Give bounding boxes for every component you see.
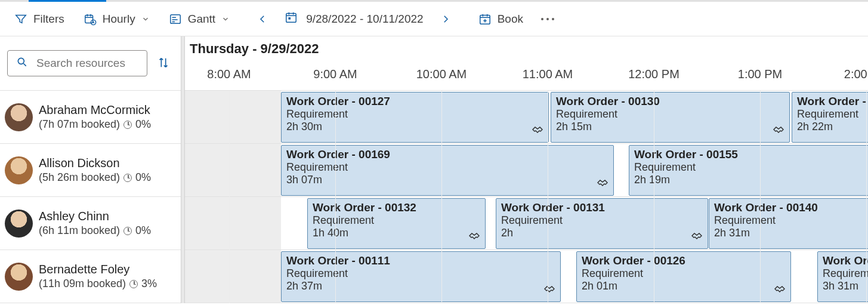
book-label: Book	[498, 13, 523, 26]
work-order-requirement: Requirement	[501, 214, 703, 227]
date-range-button[interactable]: 9/28/2022 - 10/11/2022	[276, 7, 432, 30]
resource-subtext: (5h 26m booked) 0%	[39, 171, 151, 184]
work-order-title: Work Order - 00130	[556, 95, 784, 108]
work-order-duration: 3h 07m	[286, 174, 608, 186]
schedule-panel: Thursday - 9/29/2022 8:00 AM9:00 AM10:00…	[185, 36, 868, 303]
work-order[interactable]: Work Order - 00111Requirement2h 37m	[281, 251, 561, 302]
gantt-button[interactable]: Gantt	[160, 9, 238, 29]
hourly-label: Hourly	[103, 13, 135, 26]
schedule-lane[interactable]: Work Order - 00111Requirement2h 37mWork …	[185, 250, 868, 303]
work-order-duration: 2h	[501, 227, 703, 239]
non-working-block	[185, 250, 281, 303]
handshake-icon	[530, 122, 545, 138]
hourly-button[interactable]: Hourly	[75, 9, 158, 29]
resource-row[interactable]: Bernadette Foley (11h 09m booked) 3%	[0, 250, 181, 303]
resource-row[interactable]: Allison Dickson (5h 26m booked) 0%	[0, 144, 181, 197]
time-tick: 11:00 AM	[523, 67, 573, 81]
work-order-requirement: Requirement	[823, 267, 868, 280]
calendar-clock-icon	[84, 13, 97, 26]
work-order-title: Work Order - 00140	[714, 201, 868, 214]
avatar	[5, 210, 33, 238]
work-order[interactable]: Work Order - 00130Requirement2h 15m	[551, 92, 790, 143]
schedule-lane[interactable]: Work Order - 00132Requirement1h 40mWork …	[185, 197, 868, 250]
resource-name: Abraham McCormick	[39, 103, 151, 117]
avatar	[5, 156, 33, 184]
work-order-duration: 2h 31m	[714, 227, 868, 239]
svg-point-6	[18, 58, 24, 64]
chevron-down-icon	[141, 15, 150, 23]
more-button[interactable]	[534, 14, 561, 24]
handshake-icon	[542, 282, 557, 298]
filters-button[interactable]: Filters	[6, 9, 73, 29]
time-tick: 2:00 PM	[844, 67, 868, 81]
handshake-icon	[773, 282, 787, 298]
work-order[interactable]: Work Order - 00155Requirement2h 19m	[629, 145, 868, 196]
avatar	[5, 103, 33, 131]
splitter[interactable]	[181, 36, 185, 303]
work-order[interactable]: Work Order - 00126Requirement2h 01m	[576, 251, 791, 302]
work-order[interactable]: Work Order - Requirement3h 31m	[817, 251, 868, 302]
work-order-title: Work Order - 00111	[286, 254, 555, 267]
time-tick: 8:00 AM	[207, 67, 251, 81]
work-order[interactable]: Work Order - Requirement2h 22m	[792, 92, 868, 143]
work-order-duration: 2h 37m	[286, 280, 555, 292]
filter-icon	[14, 13, 27, 26]
gantt-label: Gantt	[188, 13, 215, 26]
work-order-title: Work Order - 00131	[501, 201, 703, 214]
resource-name: Ashley Chinn	[39, 210, 151, 223]
clock-icon	[129, 280, 138, 288]
calendar-plus-icon	[478, 13, 492, 26]
filters-label: Filters	[33, 13, 64, 26]
avatar	[5, 263, 33, 291]
svg-rect-4	[289, 17, 291, 20]
work-order-title: Work Order - 00126	[582, 254, 786, 267]
handshake-icon	[595, 175, 610, 192]
work-order-requirement: Requirement	[634, 161, 868, 174]
handshake-icon	[771, 122, 786, 138]
resource-row[interactable]: Ashley Chinn (6h 11m booked) 0%	[0, 197, 181, 250]
work-order-duration: 3h 31m	[823, 280, 868, 292]
work-order[interactable]: Work Order - 00127Requirement2h 30m	[281, 92, 549, 143]
work-order[interactable]: Work Order - 00140Requirement2h 31m	[709, 198, 868, 249]
toolbar: Filters Hourly Gantt 9/28/2022 - 10/11/2…	[0, 2, 868, 36]
search-input[interactable]	[35, 56, 138, 70]
svg-rect-2	[170, 14, 180, 23]
day-label: Thursday - 9/29/2022	[190, 41, 319, 57]
time-tick: 12:00 PM	[628, 67, 679, 81]
next-range-button[interactable]	[434, 10, 457, 28]
resource-row[interactable]: Abraham McCormick (7h 07m booked) 0%	[0, 91, 181, 144]
work-order[interactable]: Work Order - 00131Requirement2h	[496, 198, 708, 249]
work-order[interactable]: Work Order - 00132Requirement1h 40m	[307, 198, 486, 249]
work-order-requirement: Requirement	[556, 108, 784, 121]
book-button[interactable]: Book	[470, 9, 532, 29]
handshake-icon	[690, 229, 704, 245]
work-order-duration: 1h 40m	[313, 227, 480, 239]
schedule-lane[interactable]: Work Order - 00169Requirement3h 07mWork …	[185, 144, 868, 197]
clock-icon	[123, 174, 132, 182]
work-order-requirement: Requirement	[286, 108, 543, 121]
work-order[interactable]: Work Order - 00169Requirement3h 07m	[281, 145, 614, 196]
time-axis: 8:00 AM9:00 AM10:00 AM11:00 AM12:00 PM1:…	[185, 67, 868, 85]
work-order-requirement: Requirement	[797, 108, 868, 121]
sort-button[interactable]	[153, 53, 174, 75]
gantt-icon	[169, 13, 182, 26]
clock-icon	[123, 227, 132, 235]
resource-subtext: (11h 09m booked) 3%	[39, 278, 157, 290]
clock-icon	[123, 121, 132, 129]
work-order-duration: 2h 22m	[797, 121, 868, 133]
search-input-wrapper[interactable]	[7, 50, 147, 76]
resource-subtext: (7h 07m booked) 0%	[39, 118, 151, 131]
schedule-lane[interactable]: Work Order - 00127Requirement2h 30mWork …	[185, 91, 868, 144]
work-order-title: Work Order - 00132	[313, 201, 480, 214]
chevron-down-icon	[221, 15, 230, 23]
calendar-icon	[285, 11, 298, 27]
work-order-title: Work Order -	[823, 254, 868, 267]
work-order-requirement: Requirement	[286, 161, 608, 174]
prev-range-button[interactable]	[251, 10, 274, 28]
non-working-block	[185, 91, 281, 143]
time-tick: 10:00 AM	[416, 67, 467, 81]
resource-name: Bernadette Foley	[39, 263, 157, 276]
work-order-duration: 2h 01m	[582, 280, 786, 292]
work-order-duration: 2h 15m	[556, 121, 784, 133]
work-order-title: Work Order -	[797, 95, 868, 108]
